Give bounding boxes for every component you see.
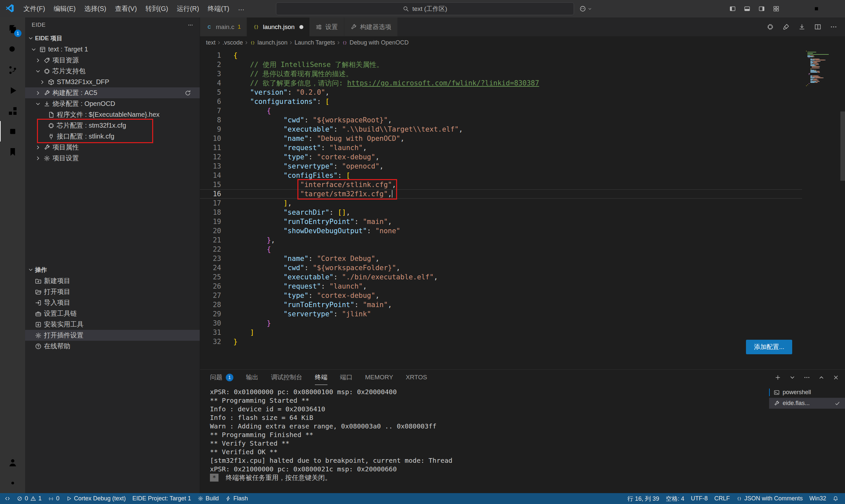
- code-line-2[interactable]: 2 // 使用 IntelliSense 了解相关属性。: [200, 60, 802, 69]
- code-line-16[interactable]: 16 "target/stm32f1x.cfg",: [200, 189, 802, 199]
- op-install-utils[interactable]: 安装实用工具: [25, 319, 200, 330]
- code-line-31[interactable]: 31 ]: [200, 328, 802, 337]
- activity-run-debug[interactable]: [0, 80, 25, 101]
- code-line-10[interactable]: 10 "name": "Debug with OpenOCD",: [200, 134, 802, 143]
- code-line-12[interactable]: 12 "type": "cortex-debug",: [200, 152, 802, 162]
- code-line-11[interactable]: 11 "request": "launch",: [200, 143, 802, 152]
- menu-item-1[interactable]: 编辑(E): [50, 3, 80, 15]
- dirty-indicator[interactable]: [299, 25, 303, 29]
- status-encoding[interactable]: UTF-8: [688, 493, 711, 504]
- code-line-8[interactable]: 8 "cwd": "${workspaceRoot}",: [200, 115, 802, 125]
- status-ports[interactable]: 0: [45, 493, 63, 504]
- flash-chip-icon[interactable]: [767, 23, 774, 30]
- tree-item-project-attributes[interactable]: 项目属性: [25, 142, 200, 153]
- panel-tab-debug-console[interactable]: 调试控制台: [271, 370, 302, 385]
- status-problems[interactable]: 01: [14, 493, 45, 504]
- clean-icon[interactable]: [782, 23, 790, 30]
- menu-item-5[interactable]: 运行(R): [172, 3, 203, 15]
- tree-item-program-file[interactable]: 程序文件 : ${ExecutableName}.hex: [25, 109, 200, 120]
- code-line-23[interactable]: 23 "name": "Cortex Debug",: [200, 254, 802, 263]
- panel-tab-terminal[interactable]: 终端: [315, 370, 328, 385]
- status-eide-project[interactable]: EIDE Project: Target 1: [129, 493, 194, 504]
- activity-source-control[interactable]: [0, 60, 25, 80]
- code-line-28[interactable]: 28 "runToEntryPoint": "main",: [200, 300, 802, 309]
- op-new-project[interactable]: 新建项目: [25, 275, 200, 286]
- activity-explorer[interactable]: 1: [0, 19, 25, 39]
- new-terminal-icon[interactable]: [775, 374, 781, 381]
- code-line-32[interactable]: 32}: [200, 337, 802, 346]
- status-flash[interactable]: Flash: [222, 493, 251, 504]
- code-line-13[interactable]: 13 "servertype": "openocd",: [200, 162, 802, 171]
- more-icon[interactable]: [804, 374, 810, 381]
- tab-builder-options[interactable]: 构建器选项: [344, 17, 398, 36]
- code-line-6[interactable]: 6 "configurations": [: [200, 97, 802, 106]
- status-cursor-position[interactable]: 行 16, 列 39: [624, 493, 663, 504]
- breadcrumb-item-1[interactable]: .vscode: [223, 39, 243, 46]
- layout-bottom-icon[interactable]: [741, 3, 753, 15]
- op-open-plugin-settings[interactable]: 打开插件设置: [25, 330, 200, 341]
- activity-extensions[interactable]: [0, 101, 25, 121]
- activity-accounts[interactable]: [0, 452, 25, 473]
- status-remote[interactable]: [1, 493, 14, 504]
- code-line-24[interactable]: 24 "cwd": "${workspaceFolder}",: [200, 263, 802, 272]
- activity-bookmarks[interactable]: [0, 142, 25, 162]
- code-line-29[interactable]: 29 "servertype": "jlink": [200, 309, 802, 319]
- menu-item-4[interactable]: 转到(G): [141, 3, 173, 15]
- layout-right-icon[interactable]: [756, 3, 767, 15]
- sidebar-more-actions-icon[interactable]: [188, 22, 193, 28]
- code-line-22[interactable]: 22 {: [200, 245, 802, 254]
- code-line-7[interactable]: 7 {: [200, 106, 802, 115]
- code-line-3[interactable]: 3 // 悬停以查看现有属性的描述。: [200, 69, 802, 78]
- status-notifications[interactable]: [829, 493, 842, 504]
- status-platform[interactable]: Win32: [806, 493, 829, 504]
- menu-item-0[interactable]: 文件(F): [19, 3, 50, 15]
- section-eide-project[interactable]: EIDE 项目: [25, 33, 200, 44]
- tree-item-chip-support-package[interactable]: 芯片支持包: [25, 66, 200, 76]
- op-import-project[interactable]: 导入项目: [25, 297, 200, 308]
- tab-main-c[interactable]: Cmain.c1: [200, 17, 247, 36]
- breadcrumb-item-3[interactable]: Launch Targets: [295, 39, 335, 46]
- breadcrumb-item-0[interactable]: text: [206, 39, 215, 46]
- code-line-5[interactable]: 5 "version": "0.2.0",: [200, 88, 802, 97]
- add-configu-button[interactable]: 添加配置...: [746, 340, 792, 354]
- terminal-output[interactable]: xPSR: 0x01000000 pc: 0x08000100 msp: 0x2…: [200, 385, 769, 493]
- close-panel-icon[interactable]: [833, 374, 839, 381]
- code-editor[interactable]: 1{2 // 使用 IntelliSense 了解相关属性。3 // 悬停以查看…: [200, 49, 845, 370]
- code-line-9[interactable]: 9 "executable": ".\\build\\Target\\text.…: [200, 125, 802, 134]
- status-eol[interactable]: CRLF: [711, 493, 733, 504]
- code-line-25[interactable]: 25 "executable": "./bin/executable.elf",: [200, 272, 802, 282]
- activity-search[interactable]: [0, 39, 25, 60]
- download-icon[interactable]: [798, 23, 805, 30]
- activity-settings[interactable]: [0, 473, 25, 493]
- op-open-project[interactable]: 打开项目: [25, 286, 200, 297]
- code-line-27[interactable]: 27 "type": "cortex-debug",: [200, 291, 802, 300]
- code-line-30[interactable]: 30 }: [200, 319, 802, 328]
- status-build[interactable]: Build: [194, 493, 222, 504]
- panel-tab-memory[interactable]: MEMORY: [365, 370, 393, 385]
- menu-item-7[interactable]: …: [234, 3, 249, 15]
- terminal-profile-icon[interactable]: [789, 374, 795, 381]
- copilot-menu[interactable]: [579, 5, 592, 12]
- status-language-mode[interactable]: {}JSON with Comments: [733, 493, 806, 504]
- layout-left-icon[interactable]: [727, 3, 738, 15]
- tree-item-target-root[interactable]: text : Target 1: [25, 44, 200, 55]
- menu-item-3[interactable]: 查看(V): [110, 3, 141, 15]
- panel-tab-ports[interactable]: 端口: [340, 370, 353, 385]
- close-button[interactable]: [826, 0, 845, 17]
- more-actions-icon[interactable]: [830, 23, 837, 30]
- code-line-19[interactable]: 19 "runToEntryPoint": "main",: [200, 217, 802, 226]
- editor-scrollbar[interactable]: [840, 111, 845, 181]
- section-operations[interactable]: 操作: [25, 264, 200, 275]
- status-debug-config[interactable]: Cortex Debug (text): [63, 493, 129, 504]
- code-line-26[interactable]: 26 "request": "launch",: [200, 282, 802, 291]
- menu-item-2[interactable]: 选择(S): [80, 3, 110, 15]
- terminal-instance-eide-flash-task[interactable]: eide.flas...: [769, 398, 845, 409]
- tree-item-flash-config[interactable]: 烧录配置 : OpenOCD: [25, 98, 200, 109]
- code-line-15[interactable]: 15 "interface/stlink.cfg",: [200, 180, 802, 189]
- minimize-button[interactable]: [788, 0, 807, 17]
- panel-tab-xrtos[interactable]: XRTOS: [406, 370, 427, 385]
- op-setup-toolchain[interactable]: 设置工具链: [25, 308, 200, 319]
- command-center-search[interactable]: text (工作区): [276, 2, 574, 15]
- code-line-1[interactable]: 1{: [200, 51, 802, 60]
- code-line-21[interactable]: 21 },: [200, 235, 802, 245]
